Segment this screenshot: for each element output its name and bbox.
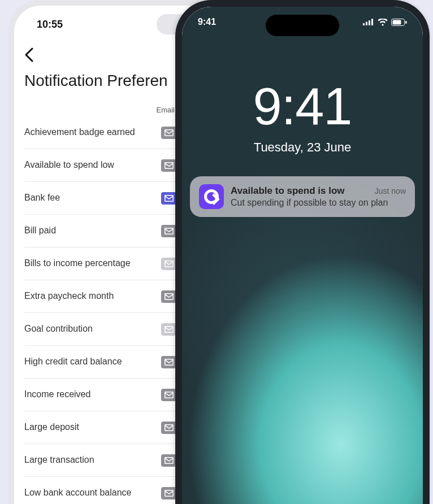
preference-label: Bank fee	[24, 192, 60, 204]
app-icon	[199, 184, 224, 209]
notification-card[interactable]: Available to spend is low Just now Cut s…	[190, 176, 415, 217]
notification-body: Available to spend is low Just now Cut s…	[231, 185, 406, 208]
preference-label: Low bank account balance	[24, 487, 131, 499]
notification-title: Available to spend is low	[231, 185, 345, 197]
email-toggle[interactable]	[161, 356, 177, 368]
notification-message: Cut spending if possible to stay on plan	[231, 198, 406, 208]
email-toggle[interactable]	[161, 192, 177, 205]
phone-lock-screen: 9:41 9:41 Tuesday, 23 June Available to …	[175, 0, 430, 504]
preference-label: Large transaction	[24, 454, 94, 466]
email-toggle[interactable]	[161, 127, 177, 139]
preference-label: Extra paycheck month	[24, 290, 114, 302]
preference-label: High credit card balance	[24, 356, 122, 368]
clock-date: Tuesday, 23 June	[182, 140, 423, 155]
svg-rect-0	[363, 23, 365, 25]
battery-icon	[391, 19, 407, 26]
preference-label: Large deposit	[24, 422, 79, 433]
svg-rect-2	[369, 20, 370, 25]
wifi-icon	[378, 19, 388, 26]
status-time: 9:41	[198, 17, 216, 27]
preference-label: Bill paid	[24, 225, 56, 237]
status-time: 10:55	[24, 19, 63, 31]
svg-rect-3	[371, 19, 373, 25]
email-toggle[interactable]	[161, 225, 177, 237]
email-toggle[interactable]	[161, 323, 177, 336]
notification-timestamp: Just now	[375, 186, 406, 195]
email-toggle[interactable]	[161, 487, 177, 499]
clock-time: 9:41	[182, 80, 423, 132]
cellular-icon	[363, 19, 374, 25]
dynamic-island	[266, 15, 339, 36]
lock-screen-clock: 9:41 Tuesday, 23 June	[182, 80, 423, 155]
preference-label: Income received	[24, 389, 90, 401]
preference-label: Achievement badge earned	[24, 127, 135, 138]
email-toggle[interactable]	[161, 389, 177, 401]
email-toggle[interactable]	[161, 422, 177, 434]
preference-label: Available to spend low	[24, 159, 114, 171]
email-toggle[interactable]	[161, 159, 177, 172]
svg-rect-6	[405, 21, 407, 24]
email-toggle[interactable]	[161, 258, 177, 270]
email-toggle[interactable]	[161, 454, 177, 467]
svg-rect-5	[393, 20, 401, 24]
status-icons	[363, 19, 407, 26]
preference-label: Goal contribution	[24, 323, 93, 335]
preference-label: Bills to income percentage	[24, 258, 131, 270]
svg-rect-1	[366, 22, 367, 26]
email-toggle[interactable]	[161, 290, 177, 303]
